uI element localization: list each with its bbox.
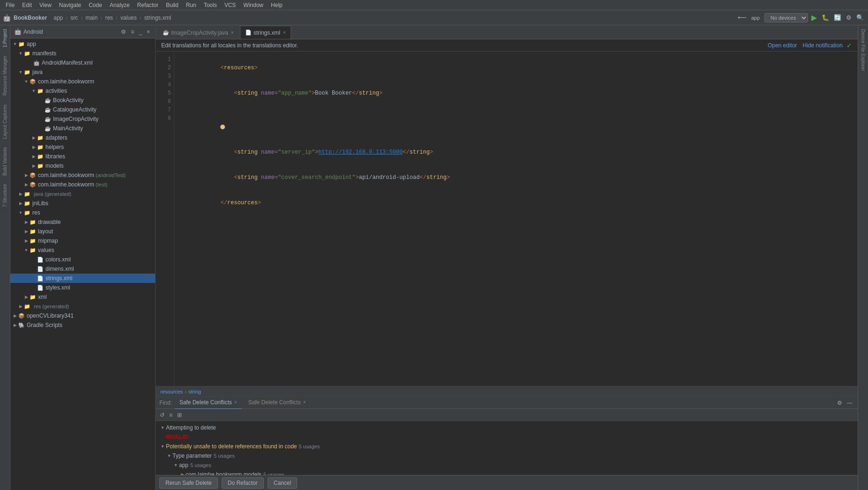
tab-close-imagecropactivity[interactable]: × (231, 30, 234, 35)
panel-filter-btn[interactable]: ≡ (129, 28, 135, 36)
tree-item-activities[interactable]: ▼ 📁 activities (10, 86, 155, 96)
menu-code[interactable]: Code (85, 0, 106, 10)
back-icon[interactable]: ⟵ (738, 14, 747, 21)
tree-item-res-generated[interactable]: ▶ 📁 res (generated) (10, 302, 155, 311)
tree-item-jnilibs[interactable]: ▶ 📁 jniLibs (10, 199, 155, 208)
project-tab-label[interactable]: 1:Project (2, 27, 7, 49)
tree-item-drawable[interactable]: ▶ 📁 drawable (10, 217, 155, 227)
code-line-2: <string name="app_name">Book Booker</str… (180, 81, 852, 106)
tree-item-imagecropactivity[interactable]: ☕ ImageCropActivity (10, 114, 155, 124)
tree-item-styles[interactable]: 📄 styles.xml (10, 283, 155, 292)
java-icon: ☕ (44, 97, 52, 104)
device-file-explorer-label[interactable]: Device File Explorer (861, 27, 866, 73)
result-models-count: 5 usages (263, 472, 284, 475)
resource-manager-tab-label[interactable]: Resource Manager (2, 54, 7, 97)
tree-item-values[interactable]: ▼ 📁 values (10, 245, 155, 255)
breadcrumb-res[interactable]: res (104, 15, 114, 21)
result-attempting[interactable]: ▼ Attempting to delete (159, 423, 854, 432)
tree-item-strings[interactable]: 📄 strings.xml (10, 274, 155, 283)
menu-refactor[interactable]: Refactor (134, 0, 162, 10)
sync-button[interactable]: 🔄 (832, 13, 843, 22)
tree-item-layout[interactable]: ▶ 📁 layout (10, 227, 155, 236)
bottom-tab-safe-delete-1[interactable]: Safe Delete Conflicts × (175, 396, 242, 409)
panel-minimize-btn[interactable]: — (846, 399, 854, 407)
menu-tools[interactable]: Tools (200, 0, 221, 10)
tree-item-androidtest[interactable]: ▶ 📦 com.laimhe.bookworm (androidTest) (10, 171, 155, 180)
panel-close-btn[interactable]: × (145, 28, 151, 36)
do-refactor-btn[interactable]: Do Refactor (222, 477, 264, 489)
panel-settings-btn[interactable]: ⚙ (836, 399, 844, 407)
tree-item-helpers[interactable]: ▶ 📁 helpers (10, 142, 155, 152)
breadcrumb-strings[interactable]: strings.xml (143, 15, 172, 21)
tree-item-adapters[interactable]: ▶ 📁 adapters (10, 133, 155, 142)
toolbar-expand-btn[interactable]: ⊞ (176, 411, 183, 419)
toolbar-filter-btn[interactable]: ≡ (168, 411, 174, 419)
tree-item-mipmap[interactable]: ▶ 📁 mipmap (10, 236, 155, 245)
bottom-tab-safe-delete-2[interactable]: Safe Delete Conflicts × (244, 396, 311, 409)
result-app[interactable]: ▼ app 5 usages (159, 460, 854, 470)
result-invalid[interactable]: INVALID (159, 432, 854, 442)
menu-analyze[interactable]: Analyze (106, 0, 134, 10)
menu-edit[interactable]: Edit (18, 0, 36, 10)
toolbar-rerun-btn[interactable]: ↺ (158, 411, 166, 419)
tree-item-mainactivity[interactable]: ☕ MainActivity (10, 124, 155, 133)
tree-item-catalogueactivity[interactable]: ☕ CatalogueActivity (10, 105, 155, 114)
breadcrumb-app[interactable]: app (52, 15, 64, 21)
structure-tab-label[interactable]: 7:Structure (2, 182, 7, 209)
panel-collapse-btn[interactable]: _ (137, 28, 143, 36)
menu-vcs[interactable]: VCS (221, 0, 240, 10)
tree-item-res[interactable]: ▼ 📁 res (10, 208, 155, 217)
breadcrumb-resources[interactable]: resources (160, 389, 183, 394)
code-content[interactable]: <resources> <string name="app_name">Book… (174, 52, 858, 386)
tree-item-gradle[interactable]: ▶ 🐘 Gradle Scripts (10, 320, 155, 330)
build-variants-tab-label[interactable]: Build Variants (2, 145, 7, 178)
tree-item-dimens[interactable]: 📄 dimens.xml (10, 264, 155, 274)
tree-item-app[interactable]: ▼ 📁 app (10, 39, 155, 49)
app-selector[interactable]: app (748, 14, 763, 22)
result-warning[interactable]: ▼ Potentially unsafe to delete reference… (159, 442, 854, 451)
cancel-btn[interactable]: Cancel (268, 477, 297, 489)
menu-navigate[interactable]: Navigate (55, 0, 85, 10)
menu-window[interactable]: Window (239, 0, 267, 10)
breadcrumb-main[interactable]: main (84, 15, 98, 21)
tree-item-models[interactable]: ▶ 📁 models (10, 161, 155, 171)
tree-item-xml-folder[interactable]: ▶ 📁 xml (10, 292, 155, 302)
tree-item-opencv[interactable]: ▶ 📦 openCVLibrary341 (10, 311, 155, 320)
device-selector[interactable]: No devices (764, 13, 808, 22)
rerun-safe-delete-btn[interactable]: Rerun Safe Delete (159, 477, 218, 489)
layout-captures-tab-label[interactable]: Layout Captures (2, 103, 7, 141)
bottom-tab-close-2[interactable]: × (303, 400, 306, 405)
search-button[interactable]: 🔍 (855, 13, 865, 22)
tab-imagecropactivity[interactable]: ☕ ImageCropActivity.java × (157, 26, 239, 39)
tree-item-com-package[interactable]: ▼ 📦 com.laimhe.bookworm (10, 77, 155, 86)
tree-item-androidmanifest[interactable]: 🤖 AndroidManifest.xml (10, 58, 155, 67)
bottom-panel-tab-row: Safe Delete Conflicts × Safe Delete Conf… (175, 396, 833, 409)
tree-item-java-generated[interactable]: ▶ 📁 java (generated) (10, 189, 155, 199)
hide-notification-link[interactable]: Hide notification (803, 42, 843, 49)
result-type-param[interactable]: ▼ Type parameter 5 usages (159, 451, 854, 460)
menu-file[interactable]: File (2, 0, 18, 10)
menu-view[interactable]: View (36, 0, 55, 10)
tree-item-test[interactable]: ▶ 📦 com.laimhe.bookworm (test) (10, 180, 155, 189)
result-models[interactable]: ▶ com.laimhe.bookworm.models 5 usages (159, 470, 854, 475)
open-editor-link[interactable]: Open editor (768, 42, 797, 49)
tree-item-colors[interactable]: 📄 colors.xml (10, 255, 155, 264)
tree-item-java[interactable]: ▼ 📁 java (10, 67, 155, 77)
tab-close-strings[interactable]: × (283, 30, 286, 35)
run-button[interactable]: ▶ (810, 13, 818, 22)
bottom-tab-close-1[interactable]: × (234, 400, 237, 405)
tree-item-manifests[interactable]: ▼ 📁 manifests (10, 49, 155, 58)
menu-build[interactable]: Build (162, 0, 182, 10)
panel-config-btn[interactable]: ⚙ (120, 28, 127, 36)
tree-item-bookactivity[interactable]: ☕ BookActivity (10, 96, 155, 105)
breadcrumb-string[interactable]: string (188, 389, 201, 394)
menu-help[interactable]: Help (267, 0, 286, 10)
tab-strings-xml[interactable]: 📄 strings.xml × (240, 26, 291, 39)
menu-run[interactable]: Run (182, 0, 200, 10)
tree-item-libraries[interactable]: ▶ 📁 libraries (10, 152, 155, 161)
settings-button[interactable]: ⚙ (845, 13, 853, 22)
breadcrumb-src[interactable]: src (69, 15, 79, 21)
debug-button[interactable]: 🐛 (820, 13, 831, 22)
breadcrumb-values[interactable]: values (120, 15, 138, 21)
line-num-7: 7 (156, 106, 171, 114)
